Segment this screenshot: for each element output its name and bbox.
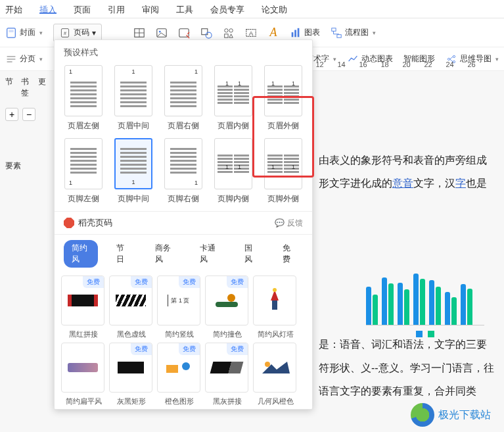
template-item[interactable]: 免费第 1 页简约竖线 <box>157 276 202 339</box>
filter-chinese[interactable]: 国风 <box>237 240 265 268</box>
preset-header-left[interactable]: 1页眉左侧 <box>58 65 108 132</box>
cover-icon <box>5 27 17 39</box>
tab-reference[interactable]: 引用 <box>108 4 125 14</box>
free-badge: 免费 <box>83 276 104 288</box>
more-label[interactable]: 更 <box>38 76 46 99</box>
svg-rect-22 <box>337 34 341 37</box>
preset-header-outside[interactable]: 11页眉外侧 <box>258 65 308 132</box>
preset-footer-left[interactable]: 1页脚左侧 <box>58 138 108 204</box>
filter-business[interactable]: 商务风 <box>147 240 181 268</box>
doke-logo-icon <box>64 218 74 228</box>
svg-marker-15 <box>229 34 233 37</box>
cover-button[interactable]: 封面 ▾ <box>5 27 43 39</box>
template-item[interactable]: 几何风橙色 <box>253 343 298 406</box>
svg-point-29 <box>227 294 235 302</box>
filter-cartoon[interactable]: 卡通风 <box>192 240 226 268</box>
template-item[interactable]: 免费灰黑矩形 <box>109 343 154 406</box>
template-item[interactable]: 简约风灯塔 <box>253 276 298 339</box>
free-badge: 免费 <box>179 276 200 288</box>
shapes-icon[interactable] <box>200 27 212 39</box>
site-watermark: 极光下载站 <box>411 403 491 427</box>
svg-rect-20 <box>298 28 300 37</box>
preset-footer-inside[interactable]: 11页脚内侧 <box>208 138 258 204</box>
bookmark-label[interactable]: 书签 <box>21 76 30 99</box>
chevron-down-icon: ▾ <box>39 30 43 36</box>
filter-free[interactable]: 免费 <box>275 240 303 268</box>
preset-header-inside[interactable]: 11页眉内侧 <box>208 65 258 132</box>
preset-footer-right[interactable]: 1页脚右侧 <box>158 138 208 204</box>
chart-button[interactable]: 图表 <box>290 27 320 39</box>
preset-header-right[interactable]: 1页眉右侧 <box>158 65 208 132</box>
svg-point-37 <box>265 362 270 367</box>
template-grid: 免费黑红拼接 免费黑色虚线 免费第 1 页简约竖线 免费简约撞色 简约风灯塔 简… <box>55 273 312 409</box>
svg-point-35 <box>182 362 190 370</box>
svg-rect-10 <box>202 28 208 34</box>
wordart-icon[interactable]: A <box>267 27 279 39</box>
template-item[interactable]: 免费黑色虚线 <box>109 276 154 339</box>
chevron-down-icon: ▾ <box>373 30 376 36</box>
tab-insert[interactable]: 插入 <box>39 4 57 14</box>
svg-rect-30 <box>216 302 238 307</box>
svg-point-33 <box>273 288 277 292</box>
free-badge: 免费 <box>131 276 152 288</box>
textbox-icon[interactable]: A <box>245 27 257 39</box>
page-number-icon: # <box>59 27 71 39</box>
screenshot-icon[interactable] <box>178 27 190 39</box>
free-badge: 免费 <box>131 343 152 355</box>
svg-text:#: # <box>64 30 66 36</box>
chapter-label[interactable]: 节 <box>5 76 13 99</box>
preset-header-center[interactable]: 1页眉中间 <box>108 65 158 132</box>
icons-gallery-icon[interactable] <box>223 27 235 39</box>
link-zi[interactable]: 字 <box>455 178 466 189</box>
preset-style-title: 预设样式 <box>55 40 312 65</box>
svg-rect-19 <box>294 30 296 37</box>
svg-point-13 <box>229 28 233 32</box>
svg-rect-32 <box>272 300 277 310</box>
preset-footer-center[interactable]: 1页脚中间 <box>108 138 158 204</box>
doke-title: 稻壳页码 <box>78 217 112 229</box>
page-number-dropdown: 预设样式 1页眉左侧 1页眉中间 1页眉右侧 11页眉内侧 11页眉外侧 1页脚… <box>54 39 313 410</box>
svg-point-26 <box>447 58 449 60</box>
free-badge: 免费 <box>227 276 248 288</box>
tab-tool[interactable]: 工具 <box>176 4 193 14</box>
picture-insert-icon[interactable] <box>156 27 168 39</box>
chart-icon <box>290 27 302 39</box>
tab-page[interactable]: 页面 <box>74 4 91 14</box>
left-sidebar: 节 书签 更 + − 要素 <box>0 71 51 177</box>
watermark-text: 极光下载站 <box>438 408 491 422</box>
zoom-in-button[interactable]: + <box>5 108 18 121</box>
flowchart-icon <box>331 27 342 39</box>
flowchart-label: 流程图 <box>345 27 369 38</box>
tab-start[interactable]: 开始 <box>5 4 22 14</box>
template-item[interactable]: 免费橙色图形 <box>157 343 202 406</box>
tab-review[interactable]: 审阅 <box>142 4 159 14</box>
section-break-icon <box>5 53 17 65</box>
svg-rect-0 <box>7 28 16 37</box>
template-item[interactable]: 免费简约撞色 <box>205 276 250 339</box>
doke-header: 稻壳页码 💬 反馈 <box>55 211 312 235</box>
tab-vip[interactable]: 会员专享 <box>210 4 244 14</box>
svg-rect-21 <box>332 28 336 31</box>
preset-footer-outside[interactable]: 11页脚外侧 <box>258 138 308 204</box>
svg-rect-34 <box>166 365 178 373</box>
template-item[interactable]: 免费黑红拼接 <box>61 276 106 339</box>
link-yiyin[interactable]: 意音 <box>392 178 413 189</box>
zoom-out-button[interactable]: − <box>22 108 35 121</box>
filter-simple[interactable]: 简约风 <box>64 240 98 268</box>
section-button[interactable]: 分页 ▾ <box>5 53 43 65</box>
tab-paper[interactable]: 论文助 <box>262 4 287 14</box>
template-item[interactable]: 简约扁平风 <box>61 343 106 406</box>
cover-label: 封面 <box>20 27 35 38</box>
page-number-label: 页码 <box>74 27 89 38</box>
template-item[interactable]: 免费黑灰拼接 <box>205 343 250 406</box>
filter-festival[interactable]: 节日 <box>108 240 137 268</box>
svg-rect-1 <box>9 30 13 32</box>
free-badge: 免费 <box>227 343 248 355</box>
feedback-link[interactable]: 💬 反馈 <box>275 218 303 229</box>
template-filters: 简约风 节日 商务风 卡通风 国风 免费 <box>55 235 312 273</box>
flowchart-button[interactable]: 流程图 ▾ <box>331 27 376 39</box>
svg-point-12 <box>225 28 228 32</box>
table-insert-icon[interactable] <box>133 27 145 39</box>
embedded-chart[interactable] <box>366 266 484 345</box>
svg-rect-18 <box>292 32 294 37</box>
